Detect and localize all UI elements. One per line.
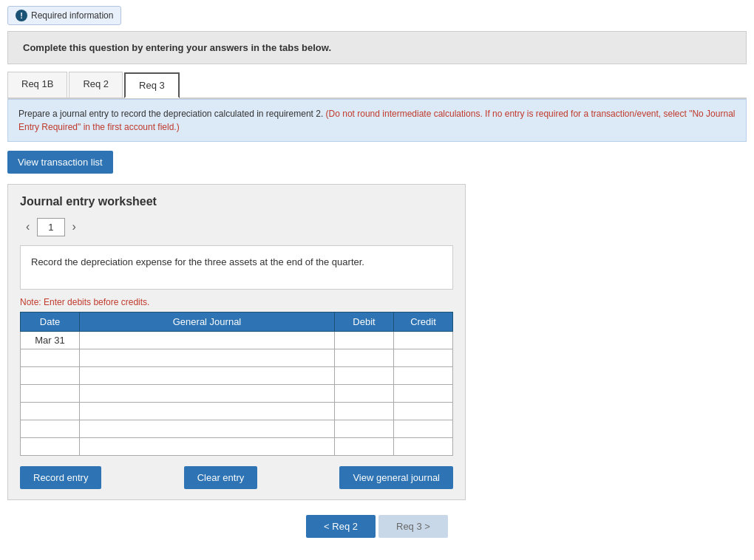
credit-cell-1[interactable] [394, 332, 453, 349]
debit-cell-4[interactable] [335, 385, 394, 403]
credit-input-2[interactable] [394, 349, 452, 366]
gj-input-5[interactable] [80, 403, 334, 420]
date-cell-1: Mar 31 [21, 332, 80, 349]
prev-page-arrow[interactable]: ‹ [20, 217, 35, 236]
gj-input-2[interactable] [80, 349, 334, 366]
prev-nav-button[interactable]: < Req 2 [306, 515, 376, 538]
col-header-date: Date [21, 313, 80, 332]
info-text-box: Prepare a journal entry to record the de… [7, 99, 747, 142]
date-cell-2 [21, 349, 80, 367]
col-header-debit: Debit [335, 313, 394, 332]
view-general-journal-button[interactable]: View general journal [339, 466, 453, 489]
gj-cell-7[interactable] [80, 438, 335, 456]
journal-table: Date General Journal Debit Credit Mar 31 [20, 312, 453, 456]
credit-input-4[interactable] [394, 385, 452, 402]
tab-req1b[interactable]: Req 1B [7, 72, 67, 98]
date-cell-4 [21, 385, 80, 403]
note-text: Note: Enter debits before credits. [20, 297, 453, 307]
table-row: Mar 31 [21, 332, 453, 349]
credit-input-5[interactable] [394, 403, 452, 420]
debit-input-2[interactable] [335, 349, 393, 366]
date-cell-3 [21, 367, 80, 385]
debit-input-3[interactable] [335, 367, 393, 384]
record-entry-button[interactable]: Record entry [20, 466, 101, 489]
tab-req2[interactable]: Req 2 [69, 72, 123, 98]
table-row [21, 349, 453, 367]
col-header-gj: General Journal [80, 313, 335, 332]
next-nav-button: Req 3 > [378, 515, 448, 538]
credit-cell-5[interactable] [394, 403, 453, 420]
instruction-bar: Complete this question by entering your … [7, 31, 747, 64]
gj-input-1[interactable] [80, 332, 334, 349]
required-badge-label: Required information [31, 10, 113, 21]
debit-cell-6[interactable] [335, 420, 394, 438]
required-information-badge: ! Required information [7, 6, 121, 25]
col-header-credit: Credit [394, 313, 453, 332]
gj-input-4[interactable] [80, 385, 334, 402]
debit-input-7[interactable] [335, 438, 393, 455]
credit-cell-6[interactable] [394, 420, 453, 438]
debit-input-6[interactable] [335, 420, 393, 437]
credit-input-6[interactable] [394, 420, 452, 437]
page-nav: ‹ 1 › [20, 217, 453, 236]
date-cell-6 [21, 420, 80, 438]
gj-input-3[interactable] [80, 367, 334, 384]
worksheet-panel: Journal entry worksheet ‹ 1 › Record the… [7, 184, 466, 500]
gj-cell-6[interactable] [80, 420, 335, 438]
debit-cell-1[interactable] [335, 332, 394, 349]
instruction-text: Complete this question by entering your … [23, 42, 331, 53]
table-row [21, 403, 453, 420]
debit-cell-5[interactable] [335, 403, 394, 420]
gj-cell-4[interactable] [80, 385, 335, 403]
view-transaction-button[interactable]: View transaction list [7, 151, 113, 174]
date-cell-7 [21, 438, 80, 456]
bottom-nav: < Req 2 Req 3 > [0, 515, 754, 538]
debit-cell-7[interactable] [335, 438, 394, 456]
debit-input-1[interactable] [335, 332, 393, 349]
gj-input-7[interactable] [80, 438, 334, 455]
table-row [21, 438, 453, 456]
gj-cell-3[interactable] [80, 367, 335, 385]
gj-cell-5[interactable] [80, 403, 335, 420]
credit-cell-2[interactable] [394, 349, 453, 367]
credit-input-7[interactable] [394, 438, 452, 455]
table-row [21, 420, 453, 438]
table-row [21, 367, 453, 385]
info-icon: ! [16, 10, 27, 21]
table-row [21, 385, 453, 403]
gj-cell-1[interactable] [80, 332, 335, 349]
credit-cell-7[interactable] [394, 438, 453, 456]
credit-input-3[interactable] [394, 367, 452, 384]
page-tab[interactable]: 1 [37, 218, 64, 236]
debit-cell-3[interactable] [335, 367, 394, 385]
description-box: Record the depreciation expense for the … [20, 245, 453, 290]
action-buttons: Record entry Clear entry View general jo… [20, 466, 453, 489]
gj-input-6[interactable] [80, 420, 334, 437]
debit-cell-2[interactable] [335, 349, 394, 367]
info-main-text: Prepare a journal entry to record the de… [18, 109, 323, 119]
date-cell-5 [21, 403, 80, 420]
clear-entry-button[interactable]: Clear entry [184, 466, 258, 489]
credit-cell-3[interactable] [394, 367, 453, 385]
debit-input-5[interactable] [335, 403, 393, 420]
next-page-arrow[interactable]: › [67, 217, 82, 236]
debit-input-4[interactable] [335, 385, 393, 402]
gj-cell-2[interactable] [80, 349, 335, 367]
credit-cell-4[interactable] [394, 385, 453, 403]
worksheet-title: Journal entry worksheet [20, 195, 453, 208]
description-text: Record the depreciation expense for the … [31, 256, 364, 267]
tab-req3[interactable]: Req 3 [124, 72, 180, 98]
tabs-container: Req 1B Req 2 Req 3 [7, 72, 747, 99]
credit-input-1[interactable] [394, 332, 452, 349]
